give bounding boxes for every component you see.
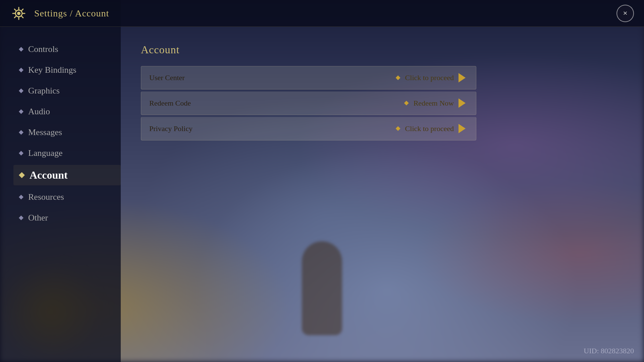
sidebar-item-controls[interactable]: Controls <box>13 40 121 58</box>
account-settings-list: User Center Click to proceed Redeem Code… <box>141 66 476 140</box>
sidebar-item-label: Other <box>28 213 48 223</box>
svg-point-1 <box>17 12 20 15</box>
settings-gear-icon <box>10 5 28 22</box>
bullet-icon <box>19 195 23 199</box>
header-title: Settings / Account <box>34 8 109 19</box>
user-center-action: Click to proceed <box>396 73 468 82</box>
section-title: Account <box>141 44 624 56</box>
bullet-icon <box>19 68 23 72</box>
sidebar-item-language[interactable]: Language <box>13 144 121 162</box>
header-bar: Settings / Account × <box>0 0 644 27</box>
sidebar-item-other[interactable]: Other <box>13 209 121 227</box>
privacy-policy-row[interactable]: Privacy Policy Click to proceed <box>141 117 476 140</box>
sidebar-item-label: Graphics <box>28 86 60 96</box>
redeem-code-action-label: Redeem Now <box>414 99 454 108</box>
close-button[interactable]: × <box>616 5 634 22</box>
diamond-icon <box>396 75 400 80</box>
sidebar-item-audio[interactable]: Audio <box>13 103 121 121</box>
bullet-icon <box>19 151 23 156</box>
diamond-icon <box>396 126 400 131</box>
privacy-policy-label: Privacy Policy <box>149 124 193 133</box>
sidebar-item-resources[interactable]: Resources <box>13 188 121 206</box>
settings-sidebar: Controls Key Bindings Graphics Audio Mes… <box>0 27 121 362</box>
uid-display: UID: 802823820 <box>584 347 634 355</box>
redeem-code-row[interactable]: Redeem Code Redeem Now <box>141 92 476 115</box>
bullet-icon <box>19 88 23 93</box>
sidebar-item-label: Audio <box>28 107 50 117</box>
redeem-code-action: Redeem Now <box>404 99 468 108</box>
bullet-icon <box>19 216 23 220</box>
sidebar-item-label: Account <box>30 169 68 181</box>
arrow-right-icon <box>459 73 468 82</box>
sidebar-item-key-bindings[interactable]: Key Bindings <box>13 61 121 79</box>
sidebar-item-label: Controls <box>28 44 58 54</box>
bullet-icon <box>19 47 23 52</box>
sidebar-item-label: Language <box>28 148 63 158</box>
sidebar-item-graphics[interactable]: Graphics <box>13 82 121 100</box>
sidebar-item-label: Messages <box>28 127 62 137</box>
sidebar-item-messages[interactable]: Messages <box>13 123 121 141</box>
sidebar-item-label: Key Bindings <box>28 65 76 75</box>
main-content: Account User Center Click to proceed Red… <box>121 27 644 362</box>
arrow-right-icon <box>459 99 468 108</box>
user-center-label: User Center <box>149 73 185 82</box>
redeem-code-label: Redeem Code <box>149 99 191 108</box>
privacy-policy-action-label: Click to proceed <box>405 124 454 133</box>
user-center-action-label: Click to proceed <box>405 73 454 82</box>
bullet-icon <box>19 109 23 114</box>
privacy-policy-action: Click to proceed <box>396 124 468 133</box>
sidebar-item-account[interactable]: Account <box>13 165 121 185</box>
bullet-icon <box>19 130 23 135</box>
diamond-icon <box>404 101 409 106</box>
sidebar-item-label: Resources <box>28 192 64 202</box>
user-center-row[interactable]: User Center Click to proceed <box>141 66 476 89</box>
arrow-right-icon <box>459 124 468 133</box>
active-bullet-icon <box>19 172 25 178</box>
